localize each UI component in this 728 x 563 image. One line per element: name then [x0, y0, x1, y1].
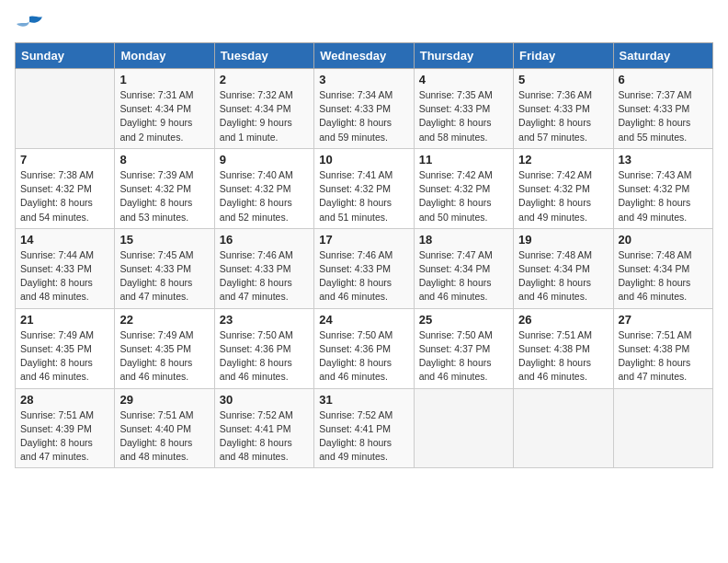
day-number: 24 — [319, 313, 408, 327]
day-number: 10 — [319, 153, 408, 167]
day-info: Sunrise: 7:50 AMSunset: 4:36 PMDaylight:… — [220, 328, 309, 385]
day-number: 31 — [319, 393, 408, 407]
calendar-table: SundayMondayTuesdayWednesdayThursdayFrid… — [15, 42, 713, 468]
calendar-cell: 6Sunrise: 7:37 AMSunset: 4:33 PMDaylight… — [613, 69, 712, 149]
calendar-cell: 12Sunrise: 7:42 AMSunset: 4:32 PMDayligh… — [514, 148, 613, 228]
calendar-cell: 25Sunrise: 7:50 AMSunset: 4:37 PMDayligh… — [414, 308, 513, 388]
day-number: 30 — [220, 393, 309, 407]
day-info: Sunrise: 7:36 AMSunset: 4:33 PMDaylight:… — [518, 88, 608, 144]
calendar-header: SundayMondayTuesdayWednesdayThursdayFrid… — [16, 43, 713, 69]
calendar-cell: 2Sunrise: 7:32 AMSunset: 4:34 PMDaylight… — [214, 69, 313, 149]
calendar-cell: 1Sunrise: 7:31 AMSunset: 4:34 PMDaylight… — [115, 69, 214, 149]
calendar-cell: 11Sunrise: 7:42 AMSunset: 4:32 PMDayligh… — [414, 148, 513, 228]
calendar-cell: 9Sunrise: 7:40 AMSunset: 4:32 PMDaylight… — [214, 148, 313, 228]
day-number: 18 — [419, 233, 508, 247]
day-info: Sunrise: 7:49 AMSunset: 4:35 PMDaylight:… — [20, 328, 109, 385]
day-number: 29 — [119, 393, 209, 407]
day-number: 22 — [119, 313, 209, 327]
day-info: Sunrise: 7:50 AMSunset: 4:36 PMDaylight:… — [319, 328, 408, 385]
calendar-week-5: 28Sunrise: 7:51 AMSunset: 4:39 PMDayligh… — [16, 388, 713, 468]
day-number: 25 — [419, 313, 508, 327]
calendar-cell: 16Sunrise: 7:46 AMSunset: 4:33 PMDayligh… — [214, 228, 313, 308]
day-info: Sunrise: 7:50 AMSunset: 4:37 PMDaylight:… — [419, 328, 508, 385]
day-info: Sunrise: 7:48 AMSunset: 4:34 PMDaylight:… — [518, 248, 608, 304]
calendar-cell — [16, 69, 115, 149]
day-number: 7 — [20, 153, 109, 167]
calendar-week-2: 7Sunrise: 7:38 AMSunset: 4:32 PMDaylight… — [16, 148, 713, 228]
day-number: 8 — [119, 153, 209, 167]
day-header-wednesday: Wednesday — [314, 43, 414, 69]
day-number: 16 — [220, 233, 309, 247]
day-number: 5 — [518, 73, 608, 86]
day-header-saturday: Saturday — [613, 43, 712, 69]
calendar-cell: 10Sunrise: 7:41 AMSunset: 4:32 PMDayligh… — [314, 148, 414, 228]
calendar-week-4: 21Sunrise: 7:49 AMSunset: 4:35 PMDayligh… — [16, 308, 713, 388]
calendar-cell: 7Sunrise: 7:38 AMSunset: 4:32 PMDaylight… — [16, 148, 115, 228]
day-number: 4 — [419, 73, 508, 86]
day-number: 19 — [518, 233, 608, 247]
day-info: Sunrise: 7:44 AMSunset: 4:33 PMDaylight:… — [20, 248, 109, 304]
calendar-cell: 15Sunrise: 7:45 AMSunset: 4:33 PMDayligh… — [115, 228, 214, 308]
day-number: 15 — [119, 233, 209, 247]
calendar-cell: 14Sunrise: 7:44 AMSunset: 4:33 PMDayligh… — [16, 228, 115, 308]
calendar-cell: 8Sunrise: 7:39 AMSunset: 4:32 PMDaylight… — [115, 148, 214, 228]
calendar-cell: 31Sunrise: 7:52 AMSunset: 4:41 PMDayligh… — [314, 388, 414, 468]
day-number: 3 — [319, 73, 408, 86]
day-number: 6 — [619, 73, 708, 86]
calendar-cell — [414, 388, 513, 468]
day-info: Sunrise: 7:43 AMSunset: 4:32 PMDaylight:… — [619, 168, 708, 224]
day-info: Sunrise: 7:45 AMSunset: 4:33 PMDaylight:… — [119, 248, 209, 304]
day-number: 27 — [619, 313, 708, 327]
day-info: Sunrise: 7:35 AMSunset: 4:33 PMDaylight:… — [419, 88, 508, 144]
calendar-cell: 28Sunrise: 7:51 AMSunset: 4:39 PMDayligh… — [16, 388, 115, 468]
day-info: Sunrise: 7:38 AMSunset: 4:32 PMDaylight:… — [20, 168, 109, 224]
logo-bird-icon — [17, 15, 42, 33]
day-info: Sunrise: 7:46 AMSunset: 4:33 PMDaylight:… — [319, 248, 408, 304]
calendar-cell — [613, 388, 712, 468]
day-number: 26 — [518, 313, 608, 327]
calendar-cell: 29Sunrise: 7:51 AMSunset: 4:40 PMDayligh… — [115, 388, 214, 468]
day-info: Sunrise: 7:47 AMSunset: 4:34 PMDaylight:… — [419, 248, 508, 304]
calendar-cell: 13Sunrise: 7:43 AMSunset: 4:32 PMDayligh… — [613, 148, 712, 228]
calendar-week-3: 14Sunrise: 7:44 AMSunset: 4:33 PMDayligh… — [16, 228, 713, 308]
calendar-cell: 23Sunrise: 7:50 AMSunset: 4:36 PMDayligh… — [214, 308, 313, 388]
day-header-tuesday: Tuesday — [214, 43, 313, 69]
calendar-cell: 5Sunrise: 7:36 AMSunset: 4:33 PMDaylight… — [514, 69, 613, 149]
day-number: 23 — [220, 313, 309, 327]
calendar-cell: 26Sunrise: 7:51 AMSunset: 4:38 PMDayligh… — [514, 308, 613, 388]
day-info: Sunrise: 7:52 AMSunset: 4:41 PMDaylight:… — [220, 408, 309, 465]
calendar-cell: 21Sunrise: 7:49 AMSunset: 4:35 PMDayligh… — [16, 308, 115, 388]
day-number: 17 — [319, 233, 408, 247]
day-info: Sunrise: 7:48 AMSunset: 4:34 PMDaylight:… — [619, 248, 708, 304]
day-header-monday: Monday — [115, 43, 214, 69]
day-info: Sunrise: 7:51 AMSunset: 4:38 PMDaylight:… — [518, 328, 608, 385]
day-info: Sunrise: 7:31 AMSunset: 4:34 PMDaylight:… — [119, 88, 209, 144]
page-header — [15, 15, 713, 33]
calendar-cell: 19Sunrise: 7:48 AMSunset: 4:34 PMDayligh… — [514, 228, 613, 308]
day-info: Sunrise: 7:42 AMSunset: 4:32 PMDaylight:… — [518, 168, 608, 224]
day-number: 1 — [119, 73, 209, 86]
day-number: 20 — [619, 233, 708, 247]
day-info: Sunrise: 7:37 AMSunset: 4:33 PMDaylight:… — [619, 88, 708, 144]
day-info: Sunrise: 7:46 AMSunset: 4:33 PMDaylight:… — [220, 248, 309, 304]
day-number: 12 — [518, 153, 608, 167]
calendar-cell: 27Sunrise: 7:51 AMSunset: 4:38 PMDayligh… — [613, 308, 712, 388]
day-info: Sunrise: 7:34 AMSunset: 4:33 PMDaylight:… — [319, 88, 408, 144]
logo — [15, 15, 42, 33]
day-number: 13 — [619, 153, 708, 167]
day-info: Sunrise: 7:42 AMSunset: 4:32 PMDaylight:… — [419, 168, 508, 224]
day-info: Sunrise: 7:51 AMSunset: 4:38 PMDaylight:… — [619, 328, 708, 385]
calendar-cell: 24Sunrise: 7:50 AMSunset: 4:36 PMDayligh… — [314, 308, 414, 388]
calendar-cell: 17Sunrise: 7:46 AMSunset: 4:33 PMDayligh… — [314, 228, 414, 308]
day-number: 2 — [220, 73, 309, 86]
day-info: Sunrise: 7:40 AMSunset: 4:32 PMDaylight:… — [220, 168, 309, 224]
calendar-cell: 22Sunrise: 7:49 AMSunset: 4:35 PMDayligh… — [115, 308, 214, 388]
day-info: Sunrise: 7:49 AMSunset: 4:35 PMDaylight:… — [119, 328, 209, 385]
day-number: 28 — [20, 393, 109, 407]
calendar-week-1: 1Sunrise: 7:31 AMSunset: 4:34 PMDaylight… — [16, 69, 713, 149]
calendar-cell: 20Sunrise: 7:48 AMSunset: 4:34 PMDayligh… — [613, 228, 712, 308]
day-header-sunday: Sunday — [16, 43, 115, 69]
calendar-cell: 4Sunrise: 7:35 AMSunset: 4:33 PMDaylight… — [414, 69, 513, 149]
day-info: Sunrise: 7:32 AMSunset: 4:34 PMDaylight:… — [220, 88, 309, 144]
day-info: Sunrise: 7:51 AMSunset: 4:39 PMDaylight:… — [20, 408, 109, 465]
